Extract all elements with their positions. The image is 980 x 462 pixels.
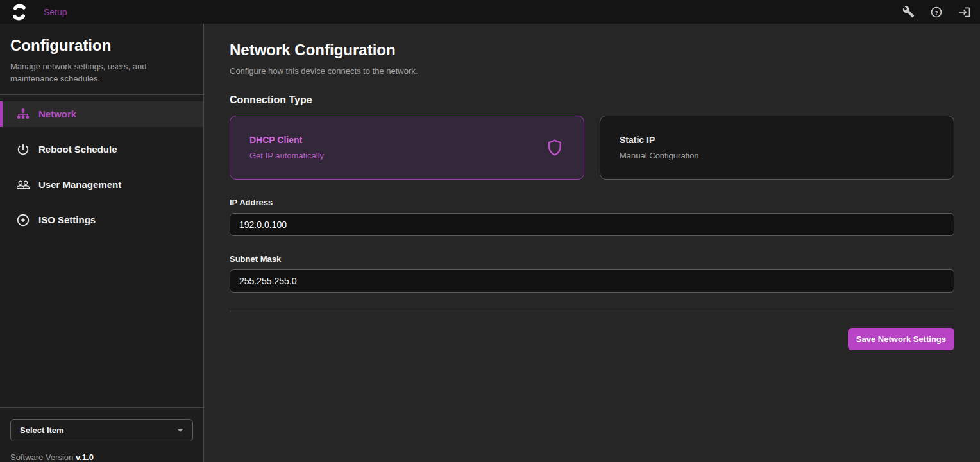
sidebar-item-reboot-schedule[interactable]: Reboot Schedule: [0, 137, 203, 162]
page-subtitle: Configure how this device connects to th…: [230, 66, 954, 76]
sidebar-item-label: ISO Settings: [38, 214, 96, 225]
option-dhcp-client[interactable]: DHCP Client Get IP automatically: [230, 116, 584, 180]
sidebar-item-network[interactable]: Network: [0, 101, 203, 127]
form-divider: [230, 311, 954, 311]
power-icon: [15, 142, 31, 157]
subnet-mask-field[interactable]: [230, 270, 954, 293]
main-content: Network Configuration Configure how this…: [204, 24, 980, 462]
connection-type-label: Connection Type: [230, 94, 954, 106]
app-logo-icon: [9, 2, 30, 22]
page-title: Network Configuration: [230, 41, 954, 59]
ip-address-field[interactable]: [230, 213, 954, 236]
select-item-dropdown[interactable]: Select Item: [10, 419, 193, 441]
sidebar-item-label: Network: [38, 108, 76, 119]
sidebar-subtitle: Manage network settings, users, and main…: [10, 61, 193, 85]
software-version-value: v.1.0: [76, 452, 94, 462]
sidebar-item-user-management[interactable]: User Management: [0, 172, 203, 198]
option-subtitle: Get IP automatically: [249, 151, 324, 160]
help-icon[interactable]: ?: [930, 6, 943, 19]
sidebar-nav: Network Reboot Schedule User Management: [0, 101, 203, 243]
ip-address-label: IP Address: [230, 198, 954, 207]
software-version-label: Software Version: [10, 452, 73, 462]
brand-label: Setup: [44, 7, 67, 17]
sidebar-item-label: Reboot Schedule: [38, 144, 117, 155]
users-icon: [15, 177, 31, 193]
sidebar-item-iso-settings[interactable]: ISO Settings: [0, 207, 203, 233]
sidebar: Configuration Manage network settings, u…: [0, 24, 204, 462]
option-text: DHCP Client Get IP automatically: [249, 135, 324, 160]
sidebar-header: Configuration Manage network settings, u…: [0, 24, 203, 94]
sidebar-spacer: [0, 243, 203, 407]
sidebar-item-label: User Management: [38, 179, 121, 190]
target-icon: [15, 212, 31, 228]
topbar: Setup ?: [0, 0, 980, 24]
form-actions: Save Network Settings: [230, 328, 954, 350]
sidebar-title: Configuration: [10, 37, 193, 55]
chevron-down-icon: [177, 429, 183, 432]
subnet-mask-label: Subnet Mask: [230, 254, 954, 264]
exit-icon[interactable]: [958, 6, 971, 19]
option-title: Static IP: [620, 135, 699, 145]
svg-text:?: ?: [934, 9, 938, 15]
sidebar-divider: [0, 94, 203, 95]
network-tree-icon: [15, 107, 31, 122]
shield-icon: [545, 137, 564, 158]
option-title: DHCP Client: [249, 135, 324, 145]
option-static-ip[interactable]: Static IP Manual Configuration: [600, 116, 954, 180]
save-network-settings-button[interactable]: Save Network Settings: [848, 328, 954, 350]
software-version: Software Version v.1.0: [10, 452, 193, 462]
connection-type-options: DHCP Client Get IP automatically Static …: [230, 116, 954, 180]
wrench-icon[interactable]: [902, 6, 915, 19]
sidebar-footer: Select Item Software Version v.1.0: [0, 407, 203, 462]
select-item-label: Select Item: [20, 425, 64, 435]
topbar-actions: ?: [902, 6, 971, 19]
option-text: Static IP Manual Configuration: [620, 135, 699, 160]
option-subtitle: Manual Configuration: [620, 151, 699, 160]
